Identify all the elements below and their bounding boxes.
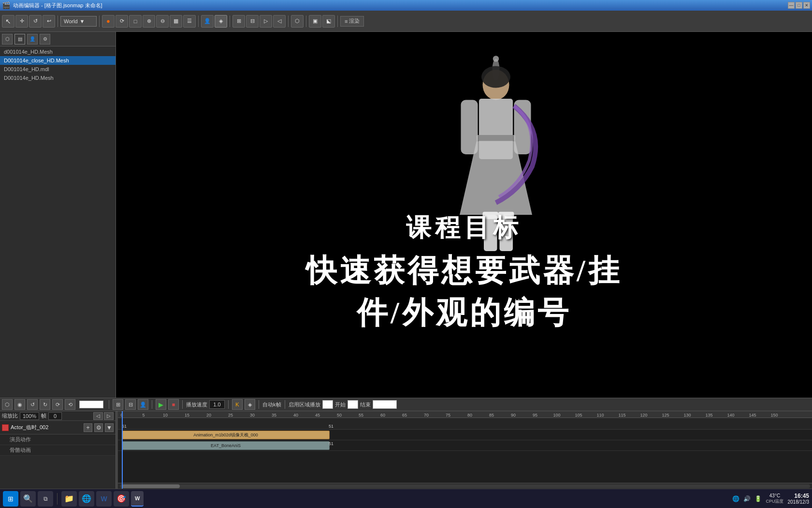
timeline-prev-button[interactable]: ◁ <box>93 412 103 420</box>
svg-rect-5 <box>477 135 515 141</box>
volume-icon[interactable]: 🔊 <box>743 495 751 502</box>
start-label: 开始 <box>335 401 346 408</box>
ruler-mark: 130 <box>683 413 691 418</box>
search-taskbar-button[interactable]: 🔍 <box>20 491 36 507</box>
tool-8-icon: ☰ <box>187 18 192 24</box>
frame-input[interactable] <box>48 412 62 420</box>
network-icon[interactable]: 🌐 <box>732 495 740 502</box>
task-view-button[interactable]: ⧉ <box>38 491 53 507</box>
start-button[interactable]: ⊞ <box>3 491 18 507</box>
tool-16[interactable]: ▣ <box>309 15 321 28</box>
ruler-mark: 85 <box>489 413 494 418</box>
tool-5-icon: ⊕ <box>147 18 151 24</box>
anim-tool-6[interactable]: ⟲ <box>65 399 75 410</box>
anim-tool-5[interactable]: ⟳ <box>52 399 63 410</box>
close-button[interactable]: ✕ <box>803 2 810 9</box>
svg-rect-11 <box>498 212 514 219</box>
anim-4-icon: ↻ <box>43 402 47 408</box>
asset-item[interactable]: D001014e_HD.Mesh <box>0 74 116 82</box>
minimize-button[interactable]: — <box>788 2 795 9</box>
timeline-scrollbar[interactable] <box>118 483 812 489</box>
tool-7[interactable]: ▦ <box>170 15 182 28</box>
tool-8[interactable]: ☰ <box>183 15 196 28</box>
asset-item[interactable]: d001014e_HD.Mesh <box>0 47 116 56</box>
ruler-mark: 90 <box>511 413 516 418</box>
tab-icon-3[interactable]: 👤 <box>27 34 38 45</box>
tab-2-icon: ▤ <box>18 36 22 42</box>
anim-tool-3[interactable]: ↺ <box>27 399 38 410</box>
timeline-next-button[interactable]: ▷ <box>104 412 114 420</box>
actor-settings-button[interactable]: ⚙ <box>94 423 103 432</box>
tab-icon-2[interactable]: ▤ <box>14 34 25 45</box>
track-tool-2[interactable]: ⊟ <box>125 399 136 410</box>
world-dropdown[interactable]: World ▼ <box>60 16 97 27</box>
explorer-taskbar-button[interactable]: 📁 <box>61 491 77 507</box>
anim-block-2[interactable]: EAT_BoneAniS <box>122 441 330 450</box>
playhead[interactable] <box>122 411 123 489</box>
circle-tool-button[interactable]: ● <box>102 15 115 28</box>
select-tool-button[interactable]: ↖ <box>2 15 14 28</box>
tool-10-icon: ◈ <box>219 18 223 24</box>
bone-track-row: 骨骼动画 <box>0 445 116 456</box>
battery-icon[interactable]: 🔋 <box>754 495 762 502</box>
maximize-button[interactable]: □ <box>796 2 802 9</box>
speed-input[interactable] <box>209 400 225 409</box>
tool-10[interactable]: ◈ <box>215 15 227 28</box>
titlebar-controls[interactable]: — □ ✕ <box>788 2 810 9</box>
anim-block-1[interactable]: Animation_m1b02d镇像天樵_000 <box>122 431 330 439</box>
tool-6[interactable]: ⊖ <box>156 15 169 28</box>
move-tool-button[interactable]: ✛ <box>15 15 28 28</box>
track-tool-3[interactable]: 👤 <box>138 399 148 410</box>
keyframe-button[interactable]: K <box>232 399 243 410</box>
tool-3[interactable]: ⟳ <box>116 15 128 28</box>
tool-11-icon: ⊞ <box>237 18 241 24</box>
filter-button[interactable]: ≡ 渲染 <box>340 16 364 27</box>
ruler-mark: 45 <box>315 413 320 418</box>
anim-track-timeline[interactable]: Animation_m1b02d镇像天樵_000 51 51 <box>118 430 812 440</box>
clock-time: 16:45 <box>788 493 810 499</box>
task-view-icon: ⧉ <box>44 495 48 502</box>
titlebar-left: 🎬 动画编辑器 - [格子图.jsonmap 未命名] <box>2 1 102 9</box>
toolbar-sep-6 <box>306 15 306 27</box>
active-app-taskbar[interactable]: W <box>131 491 144 507</box>
track-tool-1[interactable]: ⊞ <box>113 399 123 410</box>
undo-button[interactable]: ↩ <box>43 15 55 28</box>
cursor-icon: ↖ <box>5 17 11 25</box>
tool-17[interactable]: ⬕ <box>322 15 335 28</box>
bone-track-timeline[interactable]: EAT_BoneAniS 51 <box>118 440 812 451</box>
world-label: World <box>64 18 78 24</box>
tool-9[interactable]: 👤 <box>201 15 214 28</box>
system-clock[interactable]: 16:45 2018/12/3 <box>788 493 810 505</box>
play-button[interactable]: ▶ <box>156 399 166 410</box>
anim-tool-4[interactable]: ↻ <box>40 399 50 410</box>
asset-item[interactable]: D001014e_HD.mdl <box>0 65 116 74</box>
chrome-taskbar-button[interactable]: 🌐 <box>79 491 94 507</box>
filter-label: 渲染 <box>349 17 360 25</box>
actor-collapse-button[interactable]: ▼ <box>105 423 114 432</box>
anim-tool-1[interactable]: ⬡ <box>2 399 13 410</box>
bone-track-label: 骨骼动画 <box>10 447 31 454</box>
stop-button[interactable]: ■ <box>168 399 179 410</box>
tab-icon-4[interactable]: ⚙ <box>40 34 50 45</box>
scale-input[interactable] <box>20 412 39 420</box>
app-taskbar-button[interactable]: 🎯 <box>114 491 129 507</box>
tool-12[interactable]: ⊟ <box>246 15 259 28</box>
asset-item-selected[interactable]: D001014e_close_HD.Mesh <box>0 56 116 65</box>
tool-14[interactable]: ◁ <box>273 15 286 28</box>
timeline-right[interactable]: 0510152025303540455055606570758085909510… <box>118 411 812 489</box>
rotate-tool-button[interactable]: ↺ <box>29 15 42 28</box>
tool-11[interactable]: ⊞ <box>232 15 245 28</box>
scrollbar-thumb[interactable] <box>122 484 180 488</box>
tool-4[interactable]: □ <box>129 15 142 28</box>
tool-15[interactable]: ⬡ <box>291 15 304 28</box>
keyframe-tool-2[interactable]: ◈ <box>245 399 255 410</box>
move-icon: ✛ <box>20 18 24 24</box>
timeline-ruler: 0510152025303540455055606570758085909510… <box>118 411 812 418</box>
word-taskbar-button[interactable]: W <box>96 491 112 507</box>
anim-tool-2[interactable]: ◉ <box>14 399 25 410</box>
tab-icon-1[interactable]: ⬡ <box>2 34 13 45</box>
tool-13[interactable]: ▷ <box>260 15 272 28</box>
actor-add-button[interactable]: + <box>84 423 92 432</box>
anim-5-icon: ⟳ <box>56 402 60 408</box>
tool-5[interactable]: ⊕ <box>143 15 155 28</box>
